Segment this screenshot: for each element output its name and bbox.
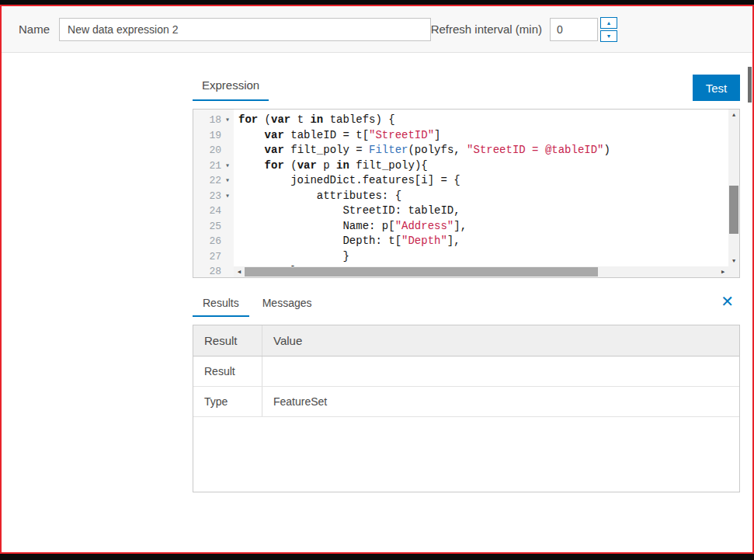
- column-header-value: Value: [262, 325, 739, 356]
- code-line: 27 }: [193, 249, 728, 265]
- code-text: for (var t in tablefs) {: [234, 113, 395, 128]
- line-number: 27: [193, 249, 221, 265]
- code-line: 26 Depth: t["Depth"],: [193, 234, 728, 249]
- column-header-result: Result: [193, 325, 262, 356]
- refresh-interval-input[interactable]: [550, 18, 598, 41]
- fold-icon[interactable]: ▾: [221, 189, 234, 204]
- scroll-right-icon[interactable]: ▶: [718, 266, 728, 277]
- line-number: 21: [193, 158, 221, 174]
- spinner-down-button[interactable]: ▼: [600, 30, 617, 42]
- fold-icon[interactable]: ▾: [221, 113, 234, 128]
- horizontal-scroll-thumb[interactable]: [245, 267, 598, 277]
- results-table: Result Value ResultTypeFeatureSet: [193, 325, 740, 492]
- caret-up-icon: ▲: [606, 20, 612, 26]
- fold-spacer: [221, 128, 234, 144]
- name-label: Name: [19, 23, 50, 36]
- code-text: joinedDict.features[i] = {: [234, 173, 460, 189]
- tab-messages[interactable]: Messages: [252, 297, 322, 317]
- fold-spacer: [221, 219, 234, 235]
- results-section: Results Messages ✕ Result Value ResultTy…: [193, 294, 740, 492]
- table-header-row: Result Value: [193, 325, 739, 357]
- code-line: 23▾ attributes: {: [193, 189, 728, 204]
- code-line: 21▾ for (var p in filt_poly){: [193, 158, 728, 174]
- window-chrome-bottom: [0, 554, 754, 560]
- vertical-scroll-thumb[interactable]: [729, 186, 738, 234]
- code-text: Depth: t["Depth"],: [234, 234, 460, 249]
- scroll-down-icon[interactable]: ▼: [728, 256, 739, 266]
- row-label: Result: [193, 357, 262, 386]
- code-text: var filt_poly = Filter(polyfs, "StreetID…: [234, 143, 610, 158]
- line-number: 26: [193, 234, 221, 249]
- code-editor[interactable]: 18▾for (var t in tablefs) {19 var tableI…: [193, 109, 740, 278]
- close-icon[interactable]: ✕: [714, 294, 740, 309]
- editor-vertical-scrollbar[interactable]: ▲ ▼: [728, 110, 739, 266]
- line-number: 19: [193, 128, 221, 144]
- line-number: 24: [193, 203, 221, 219]
- scroll-left-icon[interactable]: ◀: [234, 266, 245, 277]
- refresh-spinner: ▲ ▼: [600, 17, 617, 42]
- table-body: ResultTypeFeatureSet: [193, 357, 739, 417]
- row-value: [262, 357, 739, 386]
- row-value: FeatureSet: [262, 387, 739, 416]
- code-text: var tableID = t["StreetID"]: [234, 128, 440, 144]
- code-text: attributes: {: [234, 189, 401, 204]
- line-number: 20: [193, 143, 221, 158]
- refresh-interval-label: Refresh interval (min): [431, 23, 542, 36]
- header-bar: Name Refresh interval (min) ▲ ▼: [2, 6, 752, 53]
- fold-spacer: [221, 234, 234, 249]
- window-chrome-top: [0, 0, 754, 5]
- table-row: TypeFeatureSet: [193, 387, 739, 417]
- fold-spacer: [221, 143, 234, 158]
- results-tab-row: Results Messages ✕: [193, 294, 740, 317]
- tab-results[interactable]: Results: [193, 297, 249, 317]
- row-label: Type: [193, 387, 262, 416]
- line-number: 22: [193, 173, 221, 189]
- tab-expression[interactable]: Expression: [193, 78, 269, 101]
- spinner-up-button[interactable]: ▲: [600, 17, 617, 29]
- expression-section: Expression Test 18▾for (var t in tablefs…: [193, 68, 740, 278]
- table-row: Result: [193, 357, 739, 387]
- code-text: }: [234, 249, 349, 265]
- code-line: 18▾for (var t in tablefs) {: [193, 113, 728, 128]
- line-number: 28: [193, 264, 221, 278]
- line-number: 18: [193, 113, 221, 128]
- fold-spacer: [221, 249, 234, 265]
- test-button[interactable]: Test: [693, 75, 740, 101]
- scroll-up-icon[interactable]: ▲: [728, 110, 739, 120]
- editor-horizontal-scrollbar[interactable]: ◀ ▶: [234, 266, 728, 277]
- code-lines: 18▾for (var t in tablefs) {19 var tableI…: [193, 113, 728, 278]
- code-line: 19 var tableID = t["StreetID"]: [193, 128, 728, 144]
- fold-icon[interactable]: ▾: [221, 158, 234, 174]
- code-line: 20 var filt_poly = Filter(polyfs, "Stree…: [193, 143, 728, 158]
- app-window: Name Refresh interval (min) ▲ ▼ Expressi…: [0, 5, 754, 554]
- fold-icon[interactable]: ▾: [221, 173, 234, 189]
- name-input[interactable]: [59, 18, 431, 41]
- scrollbar-corner: [728, 266, 739, 277]
- code-line: 22▾ joinedDict.features[i] = {: [193, 173, 728, 189]
- fold-spacer: [221, 264, 234, 278]
- fold-spacer: [221, 203, 234, 219]
- code-text: Name: p["Address"],: [234, 219, 467, 235]
- line-number: 25: [193, 219, 221, 235]
- code-text: StreetID: tableID,: [234, 203, 460, 219]
- caret-down-icon: ▼: [606, 33, 612, 39]
- code-text: for (var p in filt_poly){: [234, 158, 428, 174]
- page-scrollbar-thumb[interactable]: [748, 67, 752, 103]
- code-line: 25 Name: p["Address"],: [193, 219, 728, 235]
- expression-tab-row: Expression Test: [193, 68, 740, 101]
- line-number: 23: [193, 189, 221, 204]
- code-line: 24 StreetID: tableID,: [193, 203, 728, 219]
